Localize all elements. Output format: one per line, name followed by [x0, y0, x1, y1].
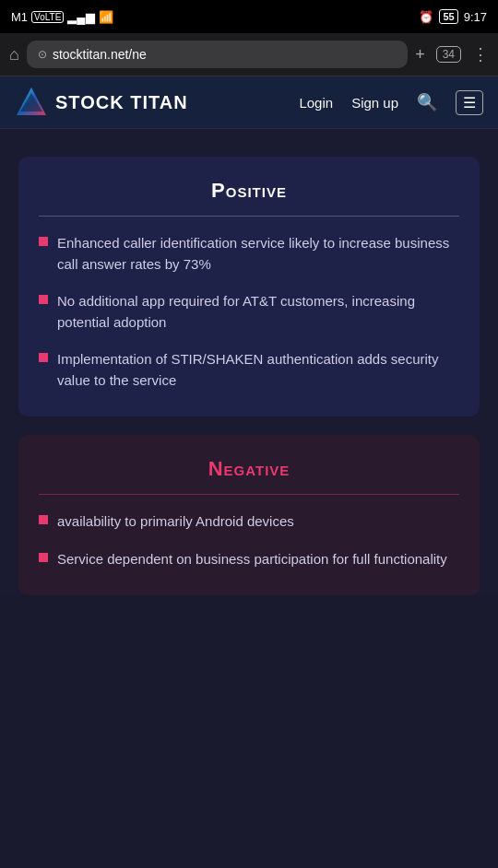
negative-card: Negative availability to primarily Andro…: [18, 435, 480, 595]
list-item: Implementation of STIR/SHAKEN authentica…: [39, 349, 459, 391]
status-right: ⏰ 55 9:17: [419, 9, 487, 24]
home-icon[interactable]: ⌂: [9, 45, 19, 65]
wifi-icon: 📶: [99, 10, 113, 24]
nav-links: Login Sign up 🔍 ☰: [299, 90, 483, 115]
positive-card: Positive Enhanced caller identification …: [18, 157, 480, 416]
menu-icon[interactable]: ⋮: [472, 44, 489, 65]
positive-divider: [39, 216, 459, 217]
positive-title: Positive: [39, 179, 459, 203]
alarm-icon: ⏰: [419, 10, 433, 24]
navbar: STOCK TITAN Login Sign up 🔍 ☰: [0, 76, 498, 129]
negative-item-1: availability to primarily Android device…: [57, 511, 294, 533]
search-icon[interactable]: 🔍: [417, 92, 437, 112]
login-link[interactable]: Login: [299, 95, 333, 111]
list-item: Enhanced caller identification service l…: [39, 233, 459, 275]
browser-chrome: ⌂ ⊙ stocktitan.net/ne + 34 ⋮: [0, 33, 498, 76]
signup-link[interactable]: Sign up: [351, 95, 398, 111]
browser-actions: + 34 ⋮: [415, 44, 489, 65]
list-item: No additional app required for AT&T cust…: [39, 291, 459, 333]
status-left: M1 VoLTE ▂▄▆ 📶: [11, 10, 113, 24]
list-item: availability to primarily Android device…: [39, 511, 459, 533]
negative-title: Negative: [39, 457, 459, 481]
negative-divider: [39, 494, 459, 495]
url-text: stocktitan.net/ne: [53, 47, 147, 62]
negative-item-2: Service dependent on business participat…: [57, 549, 447, 570]
signal-icon: ▂▄▆: [67, 10, 94, 24]
bullet-icon: [39, 295, 48, 304]
bullet-icon: [39, 553, 48, 562]
site-icon: ⊙: [38, 48, 47, 61]
logo-container: STOCK TITAN: [15, 86, 188, 119]
page-content: Positive Enhanced caller identification …: [0, 129, 498, 595]
list-item: Service dependent on business participat…: [39, 549, 459, 570]
url-bar[interactable]: ⊙ stocktitan.net/ne: [27, 41, 408, 68]
bullet-icon: [39, 353, 48, 362]
carrier-label: M1: [11, 10, 28, 24]
positive-item-2: No additional app required for AT&T cust…: [57, 291, 459, 333]
logo-icon: [15, 86, 48, 119]
hamburger-menu[interactable]: ☰: [456, 90, 483, 115]
volte-badge: VoLTE: [31, 11, 64, 23]
positive-item-1: Enhanced caller identification service l…: [57, 233, 459, 275]
tab-count[interactable]: 34: [436, 46, 461, 63]
time-display: 9:17: [464, 10, 487, 24]
positive-list: Enhanced caller identification service l…: [39, 233, 459, 391]
positive-item-3: Implementation of STIR/SHAKEN authentica…: [57, 349, 459, 391]
negative-list: availability to primarily Android device…: [39, 511, 459, 569]
status-bar: M1 VoLTE ▂▄▆ 📶 ⏰ 55 9:17: [0, 0, 498, 33]
bullet-icon: [39, 515, 48, 524]
bullet-icon: [39, 237, 48, 246]
new-tab-icon[interactable]: +: [415, 45, 425, 65]
battery-indicator: 55: [439, 9, 457, 24]
logo-text: STOCK TITAN: [55, 92, 188, 113]
